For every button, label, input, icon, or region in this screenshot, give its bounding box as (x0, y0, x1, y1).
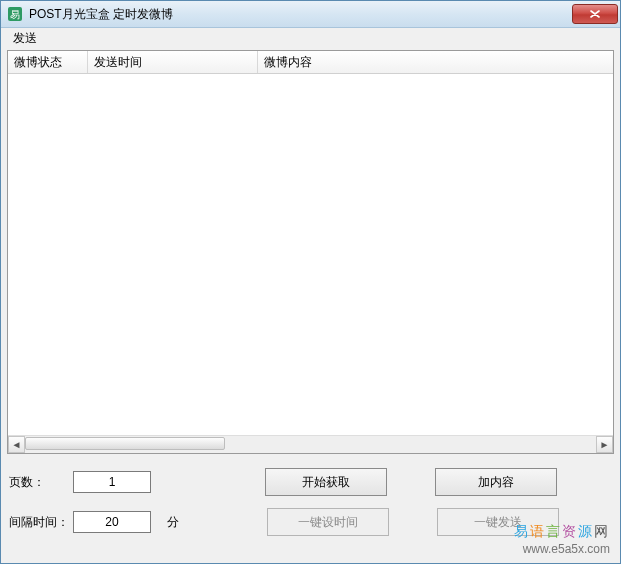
column-time[interactable]: 发送时间 (88, 51, 258, 73)
interval-label: 间隔时间： (7, 514, 73, 531)
titlebar: 易 POST月光宝盒 定时发微博 (1, 1, 620, 28)
page-label: 页数： (7, 474, 73, 491)
watermark-line2: www.e5a5x.com (514, 541, 610, 557)
controls-panel: 页数： 开始获取 加内容 间隔时间： 分 一键设时间 一键发送 (7, 468, 614, 536)
close-button[interactable] (572, 4, 618, 24)
listview-header: 微博状态 发送时间 微博内容 (8, 51, 613, 74)
start-fetch-button[interactable]: 开始获取 (265, 468, 387, 496)
close-icon (590, 10, 600, 18)
listview-body[interactable] (8, 74, 613, 435)
horizontal-scrollbar[interactable]: ◄ ► (8, 435, 613, 453)
menu-send[interactable]: 发送 (7, 28, 43, 49)
set-time-button[interactable]: 一键设时间 (267, 508, 389, 536)
column-content[interactable]: 微博内容 (258, 51, 613, 73)
scroll-left-arrow-icon[interactable]: ◄ (8, 436, 25, 453)
window-title: POST月光宝盒 定时发微博 (29, 6, 572, 23)
app-window: 易 POST月光宝盒 定时发微博 发送 微博状态 发送时间 微博内容 ◄ (0, 0, 621, 564)
listview[interactable]: 微博状态 发送时间 微博内容 ◄ ► (7, 50, 614, 454)
row-interval: 间隔时间： 分 一键设时间 一键发送 (7, 508, 614, 536)
svg-text:易: 易 (10, 9, 20, 20)
app-icon: 易 (7, 6, 23, 22)
column-status[interactable]: 微博状态 (8, 51, 88, 73)
scroll-right-arrow-icon[interactable]: ► (596, 436, 613, 453)
client-area: 微博状态 发送时间 微博内容 ◄ ► 页数： 开始获取 加 (1, 48, 620, 542)
send-all-button[interactable]: 一键发送 (437, 508, 559, 536)
interval-input[interactable] (73, 511, 151, 533)
page-input[interactable] (73, 471, 151, 493)
add-content-button[interactable]: 加内容 (435, 468, 557, 496)
scroll-track[interactable] (25, 436, 596, 453)
menubar: 发送 (1, 28, 620, 48)
row-page: 页数： 开始获取 加内容 (7, 468, 614, 496)
interval-unit: 分 (167, 514, 179, 531)
scroll-thumb[interactable] (25, 437, 225, 450)
